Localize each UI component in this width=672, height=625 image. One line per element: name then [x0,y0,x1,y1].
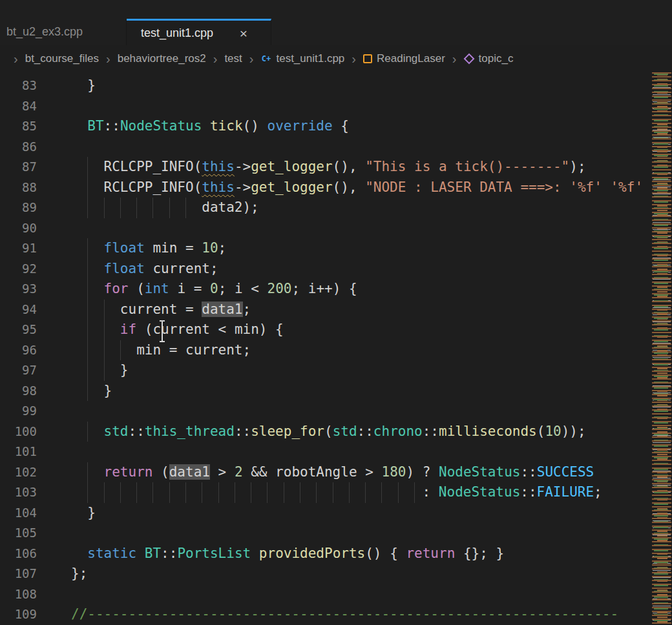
indent-guide [87,340,103,361]
line-number: 90 [0,218,37,239]
code-token: < [243,281,268,296]
code-token: ; [243,342,251,358]
code-token: () [243,118,268,134]
breadcrumb-item-behaviortree_ros2[interactable]: behaviortree_ros2 [118,52,206,65]
indent-guide [169,198,185,218]
code-line-text[interactable]: current = data1; [37,300,672,320]
code-line-text[interactable]: RCLCPP_INFO(this->get_logger(), "NODE : … [37,178,672,198]
code-token: < [210,322,235,337]
code-line-text[interactable]: }; [37,564,672,584]
tab-label: test_unit1.cpp [141,26,213,40]
code-line-text[interactable]: BT::NodeStatus tick() override { [37,116,672,137]
indent-guide [251,482,267,503]
code-token: i [235,281,243,296]
code-token: current [185,342,243,358]
code-line-text[interactable]: //--------------------------------------… [37,604,672,625]
indent [71,422,87,442]
code-token: ++) { [316,281,357,296]
code-token: ); [569,159,585,174]
indent [71,300,87,320]
code-line: 86 [0,137,672,158]
code-line-text[interactable]: float current; [37,259,672,280]
code-line-text[interactable] [37,584,672,605]
code-token: ; [218,240,227,256]
line-number: 95 [0,320,37,340]
code-line-text[interactable] [37,96,672,117]
code-token: return [406,546,455,561]
code-line-text[interactable]: for (int i = 0; i < 200; i++) { [37,279,672,300]
indent [71,360,87,381]
class-icon [363,54,372,63]
breadcrumb-item-test_unit1.cpp[interactable]: C+test_unit1.cpp [260,52,344,65]
line-number: 85 [0,116,37,137]
code-token: = [177,240,202,256]
breadcrumb: ›bt_course_files›behaviortree_ros2›test›… [0,45,672,72]
code-line-text[interactable] [37,523,672,544]
code-line: 94current = data1; [0,300,672,320]
code-line: 95if (current < min) { [0,320,672,340]
tab-test_unit1.cpp[interactable]: test_unit1.cpp× [127,19,271,45]
close-icon[interactable]: × [240,26,247,40]
code-line-text[interactable]: min = current; [37,340,672,361]
breadcrumb-item-ReadingLaser[interactable]: ReadingLaser [363,52,445,65]
code-line-text[interactable]: } [37,360,672,381]
code-token: "This is a tick()-------" [365,159,569,174]
code-line-text[interactable]: RCLCPP_INFO(this->get_logger(), "This is… [37,157,672,178]
line-number: 98 [0,381,37,402]
code-line-text[interactable]: data2); [37,198,672,218]
code-token: (), [333,179,366,195]
code-line-text[interactable]: std::this_thread::sleep_for(std::chrono:… [37,422,672,442]
indent-guide [349,482,365,503]
breadcrumb-label: test_unit1.cpp [276,52,344,65]
code-token: ( [129,281,145,296]
code-line-text[interactable]: : NodeStatus::FAILURE; [37,482,672,503]
code-token: current [120,302,178,317]
code-line-text[interactable]: float min = 10; [37,238,672,259]
code-line-text[interactable] [37,442,672,462]
indent-guide [120,198,136,218]
breadcrumb-item-test[interactable]: test [224,52,242,65]
indent-guide [87,238,103,259]
code-line-text[interactable]: static BT::PortsList providedPorts() { r… [37,544,672,564]
code-line-text[interactable] [37,401,672,422]
code-token: this [202,159,235,174]
code-token: ; [243,302,251,317]
code-line-text[interactable]: } [37,503,672,524]
code-token: :: [520,464,536,480]
indent-guide [87,422,103,442]
tab-label: bt_u2_ex3.cpp [6,25,83,39]
indent-guide [87,462,103,483]
minimap[interactable] [651,72,672,625]
code-editor[interactable]: 83}8485BT::NodeStatus tick() override {8… [0,72,672,625]
line-number: 83 [0,76,37,96]
code-line: 93for (int i = 0; i < 200; i++) { [0,279,672,300]
code-token: BT [87,118,103,134]
indent [71,76,87,96]
code-line: 107}; [0,564,672,584]
indent-guide [104,360,120,381]
chevron-right-icon: › [352,52,356,67]
code-line-text[interactable] [37,218,672,239]
code-line-text[interactable]: return (data1 > 2 && robotAngle > 180) ?… [37,462,672,483]
tab-bt_u2_ex3.cpp[interactable]: bt_u2_ex3.cpp [0,19,127,45]
indent-guide [104,320,120,340]
code-line-text[interactable]: } [37,381,672,402]
indent-guide [202,482,218,503]
chevron-right-icon: › [249,52,254,67]
code-token: :: [129,424,145,439]
breadcrumb-item-topic_c[interactable]: topic_c [464,52,514,65]
code-line-text[interactable]: if (current < min) { [37,320,672,340]
chevron-right-icon: › [14,52,18,67]
code-token: :: [423,424,439,439]
code-line: 105 [0,523,672,544]
code-token: chrono [373,424,423,439]
indent-guide [136,482,152,503]
line-number: 100 [0,422,37,442]
indent [71,198,87,218]
code-token: std [104,424,129,439]
code-line-text[interactable]: } [37,76,672,96]
code-line-text[interactable] [37,137,672,158]
breadcrumb-item-bt_course_files[interactable]: bt_course_files [25,52,99,65]
line-number: 99 [0,401,37,422]
code-token [145,240,153,256]
